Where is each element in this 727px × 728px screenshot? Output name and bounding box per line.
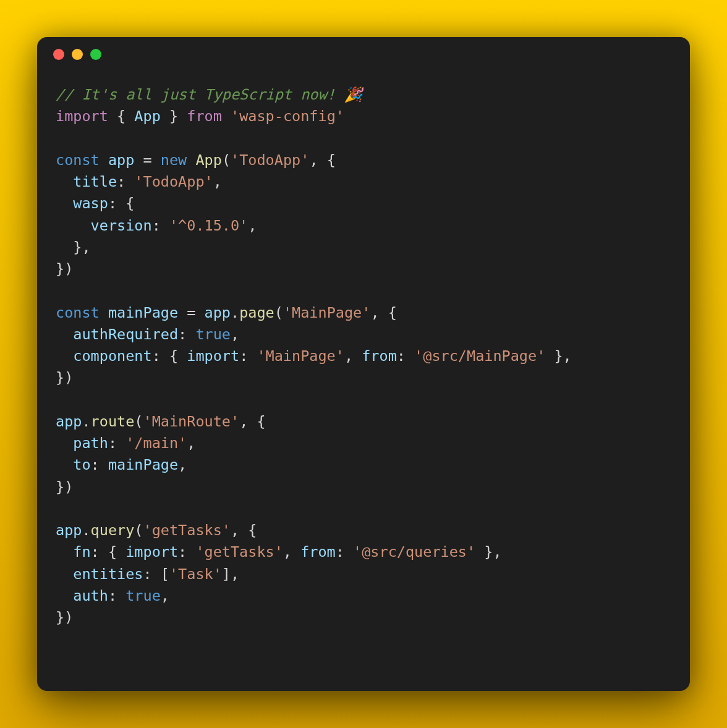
code-token-ident: from: [300, 543, 336, 561]
maximize-icon[interactable]: [90, 49, 101, 60]
code-token-type: const: [56, 304, 100, 321]
code-token-punct: }): [56, 260, 73, 277]
code-token-ident: app: [56, 522, 82, 539]
code-token-punct: [100, 304, 108, 321]
code-token-punct: }): [56, 478, 73, 496]
code-token-string: 'Task': [169, 565, 222, 583]
code-token-keyword: import: [56, 108, 108, 125]
code-token-func: App: [195, 151, 221, 169]
code-token-punct: }: [161, 108, 187, 125]
code-line: version: '^0.15.0',: [56, 215, 671, 237]
code-token-string: 'getTasks': [195, 543, 283, 561]
close-icon[interactable]: [53, 49, 64, 60]
code-token-punct: :: [397, 347, 414, 365]
code-line: [56, 280, 671, 302]
code-token-punct: },: [475, 543, 501, 561]
code-token-punct: },: [545, 347, 571, 365]
code-token-ident: title: [73, 173, 117, 190]
minimize-icon[interactable]: [72, 49, 83, 60]
code-token-ident: mainPage: [108, 456, 178, 473]
code-token-punct: [187, 151, 195, 169]
code-token-punct: [56, 195, 73, 212]
code-token-string: 'wasp-config': [231, 108, 344, 125]
code-token-string: 'MainRoute': [143, 413, 240, 430]
code-token-punct: (: [134, 413, 143, 430]
code-token-ident: component: [73, 347, 151, 365]
code-token-string: '@src/queries': [353, 543, 475, 561]
code-token-punct: :: [117, 173, 134, 190]
code-token-string: '^0.15.0': [169, 217, 248, 234]
code-token-punct: [100, 151, 108, 169]
code-token-punct: [56, 456, 73, 473]
code-token-punct: ,: [344, 347, 362, 365]
code-token-punct: =: [178, 304, 204, 321]
code-token-punct: [56, 434, 73, 452]
code-token-ident: app: [205, 304, 231, 321]
code-token-punct: .: [82, 413, 90, 430]
code-token-punct: ,: [231, 326, 239, 343]
code-token-punct: : {: [152, 347, 187, 365]
code-token-punct: :: [336, 543, 353, 561]
code-line: }): [56, 367, 671, 389]
code-token-keyword: from: [187, 108, 222, 125]
code-token-new: new: [161, 151, 187, 169]
code-token-punct: , {: [309, 151, 335, 169]
code-token-string: 'MainPage': [283, 304, 370, 321]
code-token-comment: // It's all just TypeScript now! 🎉: [56, 86, 362, 103]
code-token-func: route: [91, 413, 135, 430]
code-token-punct: (: [274, 304, 283, 321]
code-token-punct: : {: [108, 195, 134, 212]
code-token-punct: =: [134, 151, 160, 169]
code-token-string: 'TodoApp': [231, 151, 309, 169]
code-token-punct: , {: [239, 413, 265, 430]
code-line: authRequired: true,: [56, 324, 671, 345]
code-token-punct: :: [108, 434, 125, 452]
code-line: to: mainPage,: [56, 454, 671, 476]
code-token-ident: mainPage: [108, 304, 178, 321]
code-line: app.route('MainRoute', {: [56, 411, 671, 433]
code-token-string: 'MainPage': [257, 347, 344, 365]
code-token-punct: :: [178, 543, 195, 561]
code-token-ident: import: [187, 347, 239, 365]
code-token-punct: :: [239, 347, 257, 365]
code-token-punct: :: [152, 217, 169, 234]
code-token-punct: [56, 326, 73, 343]
code-line: [56, 128, 671, 150]
code-token-ident: version: [91, 217, 152, 234]
code-token-ident: App: [134, 108, 160, 125]
code-token-string: '@src/MainPage': [414, 347, 545, 365]
code-token-punct: ,: [178, 456, 187, 473]
code-token-punct: ,: [213, 173, 222, 190]
code-line: import { App } from 'wasp-config': [56, 106, 671, 127]
window-titlebar: [37, 37, 690, 72]
code-token-punct: [56, 587, 73, 604]
code-token-string: 'TodoApp': [134, 173, 213, 190]
code-token-punct: :: [108, 587, 125, 604]
code-window: // It's all just TypeScript now! 🎉import…: [37, 37, 690, 691]
code-line: [56, 389, 671, 411]
code-line: // It's all just TypeScript now! 🎉: [56, 84, 671, 106]
code-token-ident: app: [108, 151, 134, 169]
code-line: component: { import: 'MainPage', from: '…: [56, 345, 671, 367]
code-line: wasp: {: [56, 193, 671, 214]
code-token-punct: (: [134, 522, 143, 539]
code-token-punct: :: [178, 326, 195, 343]
code-line: const mainPage = app.page('MainPage', {: [56, 302, 671, 324]
code-line: path: '/main',: [56, 433, 671, 454]
code-line: }): [56, 607, 671, 629]
code-token-ident: auth: [73, 587, 108, 604]
code-token-ident: authRequired: [73, 326, 178, 343]
code-token-punct: ,: [283, 543, 300, 561]
code-token-punct: :: [91, 456, 108, 473]
code-token-punct: ,: [161, 587, 169, 604]
code-line: app.query('getTasks', {: [56, 520, 671, 541]
code-token-punct: [222, 108, 231, 125]
code-token-punct: [56, 565, 73, 583]
code-line: [56, 498, 671, 520]
code-token-bool: true: [125, 587, 161, 604]
code-token-punct: }): [56, 369, 73, 386]
code-token-punct: , {: [231, 522, 257, 539]
code-line: title: 'TodoApp',: [56, 171, 671, 193]
code-token-punct: },: [56, 239, 91, 256]
code-token-bool: true: [195, 326, 231, 343]
